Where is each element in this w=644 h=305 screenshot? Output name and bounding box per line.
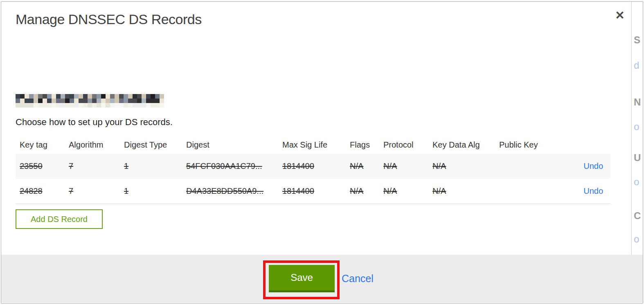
redacted-pixel (97, 103, 101, 108)
redacted-pixel (160, 99, 164, 103)
column-header-public-key: Public Key (499, 140, 557, 150)
redacted-pixel (16, 99, 20, 103)
cell-digest-type: 1 (124, 161, 186, 171)
redacted-pixel (61, 94, 65, 99)
background-text-fragment: o (634, 233, 639, 245)
redacted-pixel (92, 103, 97, 108)
redacted-pixel (70, 94, 74, 99)
background-text-fragment: N (634, 96, 641, 108)
save-button[interactable]: Save (269, 265, 335, 292)
redacted-pixel (16, 94, 20, 99)
redacted-pixel (16, 103, 20, 108)
background-text-fragment: S (634, 34, 640, 46)
redacted-pixel (83, 99, 88, 103)
redacted-pixel (65, 99, 70, 103)
redacted-pixel (151, 99, 155, 103)
redacted-pixel (151, 103, 155, 108)
redacted-pixel (137, 103, 142, 108)
redacted-pixel (92, 94, 97, 99)
cell-algorithm: 7 (69, 161, 124, 171)
redacted-pixel (38, 99, 43, 103)
redacted-pixel (160, 103, 164, 108)
undo-link[interactable]: Undo (557, 186, 603, 196)
cell-protocol: N/A (383, 186, 432, 196)
redacted-pixel (110, 99, 115, 103)
redacted-pixel (79, 94, 83, 99)
redacted-pixel (155, 94, 160, 99)
cancel-link[interactable]: Cancel (342, 273, 374, 285)
redacted-pixel (133, 99, 137, 103)
undo-link[interactable]: Undo (557, 161, 603, 171)
redacted-pixel (74, 103, 79, 108)
redacted-pixel (119, 99, 124, 103)
background-text-fragment: C (634, 210, 641, 222)
redacted-pixel (34, 103, 38, 108)
redacted-pixel (106, 99, 110, 103)
redacted-pixel (83, 103, 88, 108)
column-header-protocol: Protocol (383, 140, 432, 150)
redacted-pixel (101, 94, 106, 99)
redacted-pixel (124, 103, 128, 108)
redacted-pixel (47, 99, 52, 103)
redacted-pixel (97, 94, 101, 99)
table-header-row: Key tag Algorithm Digest Type Digest Max… (16, 136, 610, 154)
table-row: 23550 7 1 54FCF030AA1C79... 1814400 N/A … (16, 154, 610, 179)
background-text-fragment: d (634, 60, 639, 71)
redacted-pixel (88, 99, 92, 103)
cell-key-data-alg: N/A (432, 161, 499, 171)
redacted-pixel (142, 103, 146, 108)
redacted-pixel (25, 94, 29, 99)
redacted-pixel (115, 94, 119, 99)
redacted-pixel (146, 99, 151, 103)
column-header-flags: Flags (350, 140, 383, 150)
redacted-pixel (52, 99, 56, 103)
redacted-pixel (97, 99, 101, 103)
background-text-fragment: U (634, 152, 641, 164)
redacted-pixel (29, 94, 34, 99)
redacted-pixel (47, 103, 52, 108)
redacted-pixel (70, 103, 74, 108)
redacted-pixel (106, 103, 110, 108)
background-page-strip: SdNoUoCo (631, 2, 643, 255)
redacted-pixel (65, 94, 70, 99)
redacted-pixel (56, 99, 61, 103)
background-text-fragment: o (634, 121, 639, 132)
redacted-pixel (133, 94, 137, 99)
close-icon[interactable]: ✕ (613, 9, 626, 22)
redacted-pixel (128, 94, 133, 99)
redacted-pixel (65, 103, 70, 108)
redacted-pixel (74, 99, 79, 103)
redacted-pixel (146, 94, 151, 99)
redacted-pixel (160, 94, 164, 99)
redacted-pixel (29, 103, 34, 108)
redacted-pixel (70, 99, 74, 103)
redacted-pixel (52, 103, 56, 108)
redacted-pixel (43, 99, 47, 103)
redacted-pixel (92, 99, 97, 103)
cell-digest-type: 1 (124, 186, 186, 196)
redacted-pixel (128, 99, 133, 103)
redacted-pixel (124, 99, 128, 103)
page-title: Manage DNSSEC DS Records (16, 11, 202, 27)
redacted-pixel (106, 94, 110, 99)
cell-key-data-alg: N/A (432, 186, 499, 196)
redacted-pixel (110, 94, 115, 99)
cell-max-sig-life: 1814400 (282, 186, 350, 196)
redacted-pixel (124, 94, 128, 99)
redacted-pixel (34, 99, 38, 103)
redacted-pixel (88, 103, 92, 108)
add-ds-record-button[interactable]: Add DS Record (16, 209, 103, 229)
column-header-digest: Digest (186, 140, 282, 150)
redacted-pixel (137, 99, 142, 103)
redacted-pixel (128, 103, 133, 108)
redacted-pixel (101, 103, 106, 108)
redacted-pixel (20, 103, 25, 108)
redacted-pixel (146, 103, 151, 108)
table-row: 24828 7 1 D4A33E8DD550A9... 1814400 N/A … (16, 179, 610, 204)
cell-key-tag: 24828 (20, 186, 69, 196)
background-text-fragment: o (634, 176, 639, 188)
redacted-pixel (25, 103, 29, 108)
redacted-pixel (52, 94, 56, 99)
redacted-pixel (137, 94, 142, 99)
cell-protocol: N/A (383, 161, 432, 171)
